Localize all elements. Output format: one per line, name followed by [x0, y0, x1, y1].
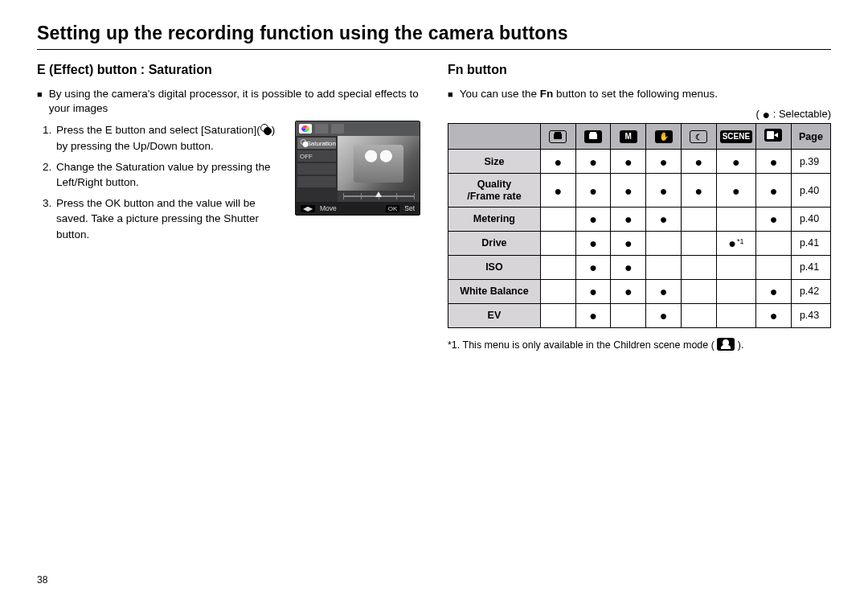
table-row: ISO●●p.41 — [448, 255, 831, 279]
dot-icon: ● — [624, 236, 633, 250]
hand-icon: ✋ — [655, 130, 673, 143]
table-cell: ● — [540, 150, 575, 174]
dot-icon: ● — [694, 183, 702, 197]
dot-icon: ● — [554, 183, 562, 197]
page-title: Setting up the recording function using … — [37, 23, 831, 50]
lcd-menu-item — [297, 163, 336, 175]
page-col-header: Page — [791, 124, 830, 150]
palette-icon — [299, 124, 312, 134]
table-cell: ● — [611, 150, 646, 174]
table-cell: ● — [611, 174, 646, 208]
dot-icon: ● — [589, 285, 597, 298]
table-footnote: *1. This menu is only available in the C… — [448, 338, 831, 351]
lcd-move-label: Move — [320, 204, 337, 212]
table-row: Drive●●●*1p.41 — [448, 231, 831, 255]
page-number: 38 — [37, 574, 47, 586]
table-legend: ( ● : Selectable) — [448, 108, 831, 120]
dot-icon: ● — [770, 212, 778, 226]
table-cell: ● — [756, 279, 792, 303]
step-text: Press the E button and select [Saturatio… — [56, 124, 275, 152]
right-column: Fn button ■ You can use the Fn button to… — [448, 61, 831, 351]
lcd-menu-item — [297, 176, 336, 187]
lcd-preview: Saturation OFF — [295, 121, 420, 216]
dot-icon: ● — [770, 154, 778, 168]
lcd-screen: Saturation OFF — [295, 121, 420, 216]
table-cell: ● — [611, 279, 646, 303]
slider-knob-icon — [375, 191, 382, 197]
dot-icon: ● — [660, 309, 668, 323]
dot-icon: ● — [732, 183, 740, 197]
ok-key-icon: OK — [386, 205, 400, 212]
table-cell: ● — [716, 174, 755, 208]
two-column-layout: E (Effect) button : Saturation ■ By usin… — [37, 61, 831, 351]
table-cell: ● — [611, 231, 646, 255]
right-intro-text: You can use the Fn button to set the fol… — [460, 87, 718, 101]
dot-icon: ● — [624, 154, 633, 168]
row-label: White Balance — [448, 279, 541, 303]
table-cell: ● — [756, 150, 792, 174]
bullet-icon: ■ — [37, 88, 43, 101]
table-cell — [646, 255, 682, 279]
page-ref: p.40 — [791, 207, 830, 231]
table-cell: ● — [681, 150, 716, 174]
dot-icon: ● — [728, 236, 736, 250]
table-row: Size●●●●●●●p.39 — [448, 150, 831, 174]
left-column: E (Effect) button : Saturation ■ By usin… — [37, 61, 420, 351]
dot-icon: ● — [589, 236, 597, 250]
manual-page: Setting up the recording function using … — [0, 0, 868, 600]
camera-icon — [584, 130, 602, 143]
dot-icon: ● — [589, 212, 597, 226]
nav-key-icon: ◀▶ — [301, 205, 315, 212]
lcd-top-bar — [296, 121, 420, 136]
child-icon — [717, 338, 735, 351]
table-row: White Balance●●●●p.42 — [448, 279, 831, 303]
table-cell — [540, 255, 575, 279]
table-cell: ● — [575, 150, 611, 174]
dot-icon: ● — [589, 309, 597, 323]
dot-icon: ● — [660, 212, 668, 226]
table-cell: ● — [646, 303, 682, 327]
night-icon — [690, 130, 707, 143]
table-cell: ● — [646, 279, 682, 303]
lcd-live-image — [338, 136, 420, 191]
table-cell — [681, 279, 716, 303]
lcd-off-label: OFF — [300, 153, 313, 160]
table-cell: ● — [646, 174, 682, 208]
table-row: EV●●●p.43 — [448, 303, 831, 327]
fn-table: M ✋ SCENE Page Size●●●●●●●p.39Quality/Fr… — [448, 123, 831, 328]
mode-col-program — [575, 124, 611, 150]
table-cell — [681, 231, 716, 255]
table-cell — [716, 303, 755, 327]
lcd-tab-icon — [331, 124, 344, 134]
table-cell: ● — [756, 303, 792, 327]
row-label: ISO — [448, 255, 541, 279]
left-subheading: E (Effect) button : Saturation — [37, 63, 420, 77]
table-cell — [540, 279, 575, 303]
table-cell — [681, 303, 716, 327]
mode-col-dis: ✋ — [646, 124, 682, 150]
table-cell: ● — [575, 207, 611, 231]
dot-icon: ● — [624, 261, 633, 274]
table-corner — [448, 124, 541, 150]
page-ref: p.39 — [791, 150, 830, 174]
table-cell: ●*1 — [716, 231, 755, 255]
right-subheading: Fn button — [448, 63, 831, 77]
page-ref: p.41 — [791, 231, 830, 255]
dot-icon: ● — [660, 154, 668, 168]
dot-icon: ● — [770, 309, 778, 323]
dot-icon: ● — [589, 154, 597, 168]
dot-icon: ● — [554, 154, 562, 168]
table-cell: ● — [756, 174, 792, 208]
step-text: Press the OK button and the value will b… — [56, 197, 259, 240]
table-cell — [646, 231, 682, 255]
dot-icon: ● — [762, 108, 770, 121]
table-cell: ● — [540, 174, 575, 208]
footnote-marker: *1 — [737, 237, 744, 245]
left-intro-text: By using the camera's digital processor,… — [49, 87, 420, 116]
table-cell — [716, 255, 755, 279]
table-cell: ● — [575, 255, 611, 279]
table-cell: ● — [575, 231, 611, 255]
row-label: Quality/Frame rate — [448, 174, 541, 208]
table-cell: ● — [681, 174, 716, 208]
table-cell: ● — [575, 279, 611, 303]
